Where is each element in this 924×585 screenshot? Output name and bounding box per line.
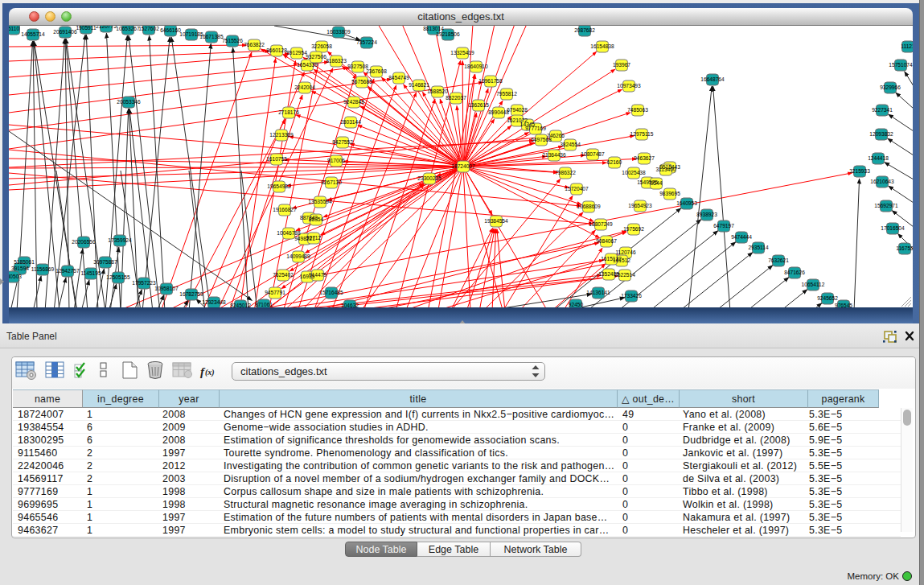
svg-text:15716485: 15716485	[319, 290, 343, 295]
svg-text:16671385: 16671385	[199, 34, 224, 39]
svg-text:20206556: 20206556	[72, 239, 96, 245]
svg-text:16210643: 16210643	[870, 179, 894, 184]
svg-text:8471626: 8471626	[784, 270, 805, 275]
svg-text:1733426: 1733426	[621, 293, 642, 299]
svg-text:3824554: 3824554	[560, 142, 581, 147]
svg-text:13325419: 13325419	[450, 50, 474, 56]
svg-text:16648764: 16648764	[700, 76, 725, 82]
svg-text:20691406: 20691406	[53, 29, 77, 35]
svg-text:10807487: 10807487	[581, 151, 605, 157]
svg-text:1654339: 1654339	[297, 62, 318, 68]
svg-text:15692971: 15692971	[874, 203, 898, 208]
svg-text:7625402: 7625402	[273, 272, 294, 278]
svg-text:1120746: 1120746	[615, 249, 636, 255]
svg-text:9474444: 9474444	[731, 234, 752, 240]
svg-text:15720407: 15720407	[565, 186, 589, 192]
svg-text:12213369: 12213369	[269, 132, 294, 138]
svg-text:7485063: 7485063	[627, 107, 648, 113]
svg-text:20053346: 20053346	[117, 99, 141, 105]
svg-text:914479: 914479	[309, 272, 326, 278]
svg-text:3215933: 3215933	[849, 168, 870, 174]
svg-text:9146821: 9146821	[409, 82, 429, 88]
svg-text:16154838: 16154838	[590, 43, 614, 49]
svg-text:6479197: 6479197	[713, 223, 734, 229]
svg-text:1352485: 1352485	[598, 271, 619, 277]
svg-text:1362615: 1362615	[468, 102, 489, 108]
svg-text:18807249: 18807249	[589, 221, 613, 227]
svg-text:12093832: 12093832	[869, 131, 893, 137]
svg-text:17016504: 17016504	[881, 225, 905, 231]
svg-text:15751074: 15751074	[889, 62, 913, 68]
svg-text:6466160: 6466160	[160, 27, 181, 33]
svg-text:21364436: 21364436	[542, 152, 566, 158]
svg-text:14099489: 14099489	[286, 253, 310, 259]
svg-text:23300235: 23300235	[417, 175, 441, 181]
svg-text:14055714: 14055714	[21, 31, 45, 37]
svg-text:13535594: 13535594	[308, 199, 332, 204]
svg-text:2120775: 2120775	[96, 26, 117, 29]
svg-text:1640953: 1640953	[676, 200, 697, 206]
svg-text:88354: 88354	[309, 216, 324, 222]
svg-text:10688609: 10688609	[577, 204, 601, 209]
svg-text:391594: 391594	[11, 266, 29, 271]
svg-text:9457791: 9457791	[265, 290, 285, 295]
svg-text:9329966: 9329966	[880, 84, 901, 90]
svg-text:7663822: 7663822	[244, 42, 265, 47]
svg-text:5110: 5110	[9, 26, 19, 31]
svg-text:9227341: 9227341	[872, 107, 893, 113]
svg-text:16782759: 16782759	[179, 291, 203, 297]
svg-text:8454749: 8454749	[388, 75, 409, 80]
svg-text:30975887: 30975887	[93, 259, 117, 265]
svg-text:9242848: 9242848	[343, 99, 364, 105]
svg-text:1615132: 1615132	[601, 256, 622, 262]
svg-text:2367608: 2367608	[366, 68, 387, 74]
svg-text:871061: 871061	[255, 302, 273, 307]
svg-text:8912954: 8912954	[286, 50, 307, 56]
svg-text:6794028: 6794028	[507, 107, 528, 113]
svg-text:1145195: 1145195	[80, 270, 101, 276]
svg-text:12975115: 12975115	[630, 131, 654, 137]
svg-text:8186323: 8186323	[326, 58, 347, 64]
svg-text:19654923: 19654923	[628, 203, 652, 208]
svg-text:9245652: 9245652	[817, 295, 838, 301]
svg-text:12942757: 12942757	[55, 268, 80, 274]
svg-text:9777169: 9777169	[525, 126, 546, 131]
svg-text:3226058: 3226058	[311, 43, 332, 49]
svg-text:12923448: 12923448	[202, 299, 226, 305]
svg-text:8267130: 8267130	[321, 179, 342, 185]
svg-text:1975692: 1975692	[623, 226, 644, 232]
svg-text:193967: 193967	[613, 62, 630, 68]
svg-text:9839695: 9839695	[659, 191, 680, 196]
svg-text:8322037: 8322037	[446, 95, 466, 101]
svg-text:11121: 11121	[901, 43, 913, 49]
svg-text:1244418: 1244418	[868, 155, 889, 161]
svg-text:18640910: 18640910	[464, 64, 488, 69]
svg-text:130503: 130503	[9, 274, 22, 279]
svg-text:10653267: 10653267	[116, 26, 140, 31]
svg-text:19166827: 19166827	[273, 207, 297, 212]
svg-text:746266: 746266	[547, 133, 565, 138]
svg-text:10654112: 10654112	[802, 282, 825, 287]
svg-text:19218506: 19218506	[436, 31, 460, 37]
svg-text:10958107: 10958107	[154, 286, 179, 291]
svg-text:17957223: 17957223	[132, 280, 156, 286]
svg-text:8427552: 8427552	[332, 139, 353, 145]
svg-text:9084067: 9084067	[596, 238, 617, 244]
svg-text:2718176: 2718176	[278, 109, 299, 115]
svg-text:8660128: 8660128	[266, 47, 287, 53]
svg-text:10046788: 10046788	[277, 230, 301, 236]
svg-text:9463627: 9463627	[634, 155, 655, 161]
svg-text:1905911: 1905911	[76, 26, 97, 31]
svg-text:10025438: 10025438	[622, 170, 646, 175]
svg-text:7357224: 7357224	[356, 39, 377, 45]
svg-text:18724007: 18724007	[451, 163, 475, 169]
svg-text:8813014: 8813014	[423, 26, 444, 31]
svg-text:2087682: 2087682	[574, 27, 595, 33]
svg-text:7986322: 7986322	[555, 170, 576, 175]
svg-text:7515526: 7515526	[222, 38, 243, 43]
svg-text:5185061: 5185061	[14, 259, 35, 265]
svg-text:12505155: 12505155	[106, 274, 130, 280]
svg-text:16033809: 16033809	[326, 29, 351, 35]
svg-text:17359924: 17359924	[108, 237, 132, 243]
svg-text:19654982: 19654982	[267, 183, 291, 189]
